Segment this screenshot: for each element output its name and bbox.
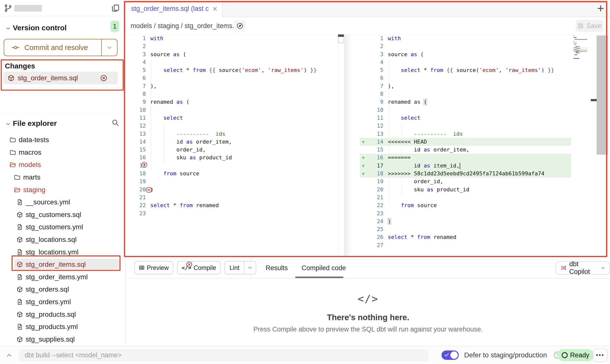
save-button[interactable]: Save xyxy=(576,20,603,32)
file-tree-item[interactable]: stg_products.yml xyxy=(0,321,126,333)
file-tree-item[interactable]: staging xyxy=(0,183,126,196)
commit-dropdown-button[interactable] xyxy=(101,39,117,56)
code-line[interactable]: 7), xyxy=(125,82,344,90)
code-line[interactable]: 20) xyxy=(125,186,344,194)
more-options-button[interactable]: ••• xyxy=(593,348,608,362)
code-line[interactable]: 22 from source xyxy=(360,201,609,209)
code-line[interactable]: 3source as ( xyxy=(125,50,344,58)
code-line[interactable]: 15 order_id, xyxy=(125,146,344,154)
commit-and-resolve-button[interactable]: Commit and resolve xyxy=(4,39,118,56)
changed-file-row[interactable]: stg_order_items.sql xyxy=(3,72,118,84)
minimap[interactable] xyxy=(574,35,588,60)
file-tree-item[interactable]: marts xyxy=(0,171,126,184)
file-tree-item[interactable]: __sources.yml xyxy=(0,196,126,209)
code-line[interactable]: 8 xyxy=(360,90,609,98)
defer-toggle[interactable] xyxy=(441,350,459,360)
x-circle-icon[interactable] xyxy=(145,186,152,193)
tab-compiled-code[interactable]: Compiled code xyxy=(302,264,346,272)
close-tab-icon[interactable]: × xyxy=(212,4,217,13)
x-circle-icon[interactable] xyxy=(141,161,148,168)
file-tree-item[interactable]: stg_products.sql xyxy=(0,308,126,321)
file-tree-item[interactable]: stg_customers.sql xyxy=(0,209,126,221)
file-tree-item[interactable]: stg_customers.yml xyxy=(0,221,126,233)
code-line[interactable]: 19 xyxy=(125,178,344,185)
file-tree-item[interactable]: stg_supplies.sql xyxy=(0,333,126,346)
scrollbar-thumb[interactable] xyxy=(597,35,608,155)
code-line[interactable]: 16 sku as product_id xyxy=(125,154,344,162)
code-line[interactable]: 4 xyxy=(125,58,344,66)
code-line[interactable]: 6 xyxy=(360,74,609,82)
code-line[interactable]: 4 xyxy=(360,58,609,66)
code-line[interactable]: +14<<<<<<< HEAD xyxy=(360,138,609,146)
code-line[interactable]: 22select * from renamed xyxy=(125,201,344,209)
code-line[interactable]: 12 xyxy=(125,122,344,130)
file-tree-item[interactable]: stg_locations.sql xyxy=(0,233,126,246)
code-line[interactable]: +16======= xyxy=(360,154,609,162)
code-line[interactable]: 11 select xyxy=(125,114,344,122)
code-line[interactable]: 9renamed as ( xyxy=(360,98,609,106)
code-line[interactable]: 23 xyxy=(360,210,609,217)
code-line[interactable]: 19 order_id, xyxy=(360,178,609,185)
chevron-up-icon[interactable] xyxy=(6,352,12,359)
code-line[interactable]: 20 sku as product_id xyxy=(360,186,609,194)
code-line[interactable]: 1with xyxy=(360,34,609,42)
code-line[interactable]: 9renamed as ( xyxy=(125,98,344,106)
x-circle-icon[interactable] xyxy=(186,261,193,268)
file-tree-item[interactable]: macros xyxy=(0,146,126,159)
code-line[interactable]: 1with xyxy=(125,34,344,42)
code-line[interactable]: 5 select * from {{ source('ecom', 'raw_i… xyxy=(125,66,344,74)
code-line[interactable]: 6 xyxy=(125,74,344,82)
editor-pane-left[interactable]: 1with23source as (45 select * from {{ so… xyxy=(125,34,344,257)
command-input[interactable]: dbt build --select <model_name> xyxy=(19,349,429,361)
code-line[interactable]: 25 xyxy=(360,225,609,233)
lint-button[interactable]: Lint xyxy=(225,262,244,274)
file-explorer-header[interactable]: File explorer xyxy=(0,118,125,130)
tab-results[interactable]: Results xyxy=(266,264,288,272)
new-tab-button[interactable]: + xyxy=(597,1,604,15)
code-line[interactable]: 17 xyxy=(125,162,344,170)
revert-file-icon[interactable] xyxy=(100,74,107,82)
code-line[interactable]: 11 select xyxy=(360,114,609,122)
code-line[interactable]: +17 id as item_id, xyxy=(360,162,609,170)
code-line[interactable]: +18>>>>>>> 58c1dd23d5eebd9cd2495fa7124ab… xyxy=(360,170,609,178)
code-line[interactable]: 18 from source xyxy=(125,170,344,178)
code-line[interactable]: 15 id as order_item, xyxy=(360,146,609,154)
code-line[interactable]: 10 xyxy=(360,106,609,114)
tab-stg-order-items[interactable]: stg_order_items.sql (last c... × xyxy=(126,0,223,17)
copy-icon[interactable] xyxy=(111,4,120,12)
code-line[interactable]: 3source as ( xyxy=(360,50,609,58)
code-line[interactable]: 7), xyxy=(360,82,609,90)
preview-button[interactable]: Preview xyxy=(134,261,173,274)
file-tree-item[interactable]: stg_locations.yml xyxy=(0,246,126,258)
version-control-header[interactable]: Version control 1 xyxy=(0,22,125,34)
git-branch-icon[interactable] xyxy=(4,4,12,12)
code-line[interactable]: 2 xyxy=(125,42,344,50)
code-line[interactable]: 23 xyxy=(125,210,344,217)
scrollbar-thumb[interactable] xyxy=(338,34,344,37)
code-line[interactable]: 14 id as order_item, xyxy=(125,138,344,146)
code-line[interactable]: 13 ---------- ids xyxy=(125,130,344,138)
file-tree-item[interactable]: models xyxy=(0,159,126,171)
file-tree-item[interactable]: stg_order_items.yml xyxy=(0,271,126,283)
compile-button[interactable]: </> Compile xyxy=(177,261,220,274)
file-tree-item[interactable]: stg_orders.yml xyxy=(0,296,126,308)
code-line[interactable]: 21 xyxy=(125,194,344,201)
editor-pane-right[interactable]: 1with23source as (45 select * from {{ so… xyxy=(360,34,609,257)
code-line[interactable]: 27 xyxy=(360,241,609,249)
code-line[interactable]: 12 xyxy=(360,122,609,130)
code-line[interactable]: 13 ---------- ids xyxy=(360,130,609,138)
code-line[interactable]: 24) xyxy=(360,217,609,225)
file-tree-item[interactable]: stg_orders.sql xyxy=(0,283,126,296)
file-tree-item[interactable]: data-tests xyxy=(0,134,126,146)
lineage-button[interactable] xyxy=(234,20,246,32)
search-icon[interactable] xyxy=(111,119,119,127)
code-line[interactable]: 26select * from renamed xyxy=(360,233,609,241)
code-line[interactable]: 21 xyxy=(360,194,609,201)
code-line[interactable]: 2 xyxy=(360,42,609,50)
dbt-copilot-button[interactable]: dbt Copilot xyxy=(556,261,610,275)
lint-dropdown-button[interactable] xyxy=(244,262,256,274)
code-line[interactable]: 8 xyxy=(125,90,344,98)
code-line[interactable]: 5 select * from {{ source('ecom', 'raw_i… xyxy=(360,66,609,74)
file-tree-item[interactable]: stg_order_items.sql xyxy=(0,258,126,271)
code-line[interactable]: 10 xyxy=(125,106,344,114)
